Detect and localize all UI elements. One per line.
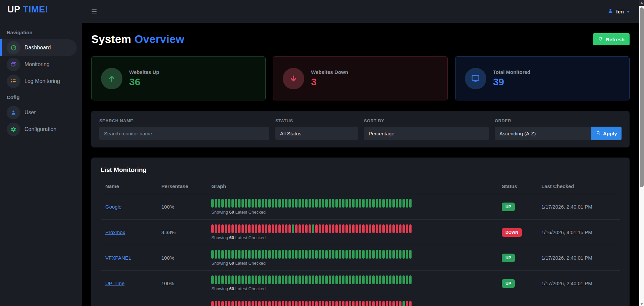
up-bar [359,275,361,284]
sidebar-item-monitoring[interactable]: Monitoring [0,56,77,73]
down-bar [369,301,371,306]
up-bar [339,275,341,284]
down-bar [285,301,287,306]
down-bar [235,301,237,306]
order-select[interactable]: Ascending (A-Z) [495,127,591,140]
sort-by-select[interactable]: Percentage [364,127,489,140]
table-row: VFXPANEL100%Showing 60 Latest CheckedUP1… [101,245,620,270]
down-bar [302,301,304,306]
down-bar [218,224,220,233]
sidebar-item-label: User [24,110,36,116]
up-bar [382,199,385,208]
sidebar-item-label: Log Monitoring [24,78,60,84]
up-bar [299,250,301,259]
up-bar [319,199,321,208]
scrollbar-thumb[interactable] [640,7,644,187]
down-bar [369,224,371,233]
down-bar [322,301,324,306]
up-bar [258,275,261,284]
down-bar [356,224,358,233]
up-bar [228,275,230,284]
up-bar [362,250,365,259]
up-bar [325,275,328,284]
up-bar [272,275,274,284]
stat-card-websites-down: Websites Down 3 [273,56,447,100]
down-bar [211,224,214,233]
down-bar [262,301,264,306]
up-bar [258,250,261,259]
down-bar [372,301,375,306]
up-bar [312,275,314,284]
up-bar [262,199,264,208]
up-bar [352,275,355,284]
up-bar [275,275,277,284]
down-bar [366,301,368,306]
up-bar [339,199,341,208]
up-bar [285,275,287,284]
up-bar [255,275,257,284]
down-bar [252,301,254,306]
column-header-graph: Graph [211,183,502,189]
table-row: Proxmox3.33%Showing 60 Latest CheckedDOW… [101,219,620,245]
down-bar [282,224,284,233]
down-bar [319,224,321,233]
up-bar [349,275,351,284]
apply-button[interactable]: Apply [591,127,622,140]
monitor-link[interactable]: Google [105,204,121,210]
up-bar [228,199,230,208]
down-bar [345,224,348,233]
up-bar [382,250,385,259]
down-bar [265,224,267,233]
up-bar [252,275,254,284]
scrollbar-up-arrow[interactable] [639,0,644,6]
monitor-link[interactable]: Proxmox [105,229,125,235]
status-select[interactable]: All Status [275,127,358,140]
app-logo[interactable]: UP TIME! [0,0,82,15]
up-bar [332,199,334,208]
up-bar [238,275,240,284]
down-bar [362,224,365,233]
sidebar-item-log-monitoring[interactable]: Log Monitoring [0,73,77,90]
search-input[interactable] [99,127,269,140]
user-menu[interactable]: feri [607,8,630,15]
logo-time: TIME! [23,4,48,14]
up-bar [302,199,304,208]
down-bar [359,224,361,233]
up-bar [376,250,378,259]
down-bar [389,301,391,306]
up-bar [282,275,284,284]
hamburger-menu-icon[interactable] [92,8,97,14]
up-bar [322,275,324,284]
down-bar [349,224,351,233]
up-bar [302,250,304,259]
down-bar [339,224,341,233]
up-bar [272,199,274,208]
refresh-button[interactable]: Refresh [593,33,630,45]
log-list-icon [7,75,20,88]
stat-card-total-monitored: Total Monitored 39 [455,56,630,100]
scrollbar-down-arrow[interactable] [640,303,643,305]
up-bar [392,250,395,259]
up-bar [288,199,291,208]
down-bar [252,224,254,233]
sidebar-item-configuration[interactable]: Configuration [0,121,77,138]
up-bar [211,275,214,284]
status-badge: UP [502,203,515,211]
up-bar [372,275,375,284]
speedometer-icon [7,41,20,54]
up-bar [268,275,271,284]
sidebar-item-label: Configuration [24,126,56,132]
up-bar [282,199,284,208]
graph-caption: Showing 60 Latest Checked [211,210,502,215]
graph-caption: Showing 60 Latest Checked [211,235,502,240]
up-bar [225,250,227,259]
up-bar [356,275,358,284]
monitor-link[interactable]: VFXPANEL [105,255,131,261]
uptime-bar-graph [211,301,502,306]
monitor-link[interactable]: UP Time [105,280,124,286]
down-bar [409,301,412,306]
sidebar-item-user[interactable]: User [0,104,77,121]
up-bar [322,199,324,208]
up-bar [362,199,365,208]
sidebar-item-dashboard[interactable]: Dashboard [0,39,77,56]
